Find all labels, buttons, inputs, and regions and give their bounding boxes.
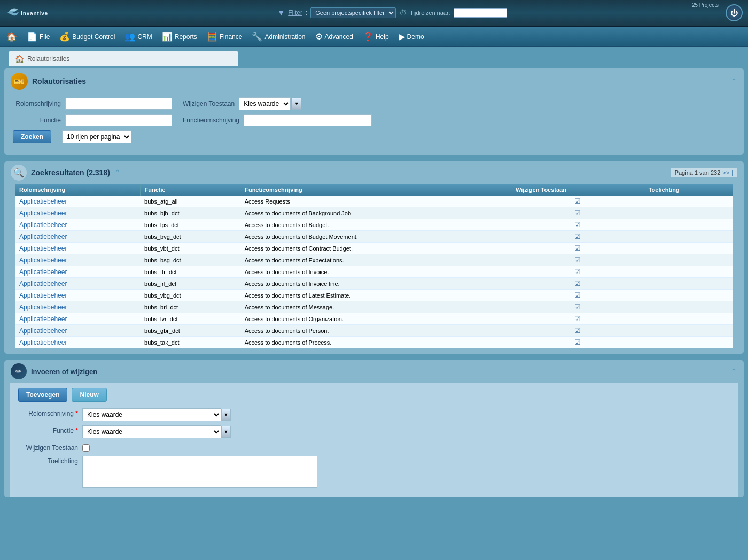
input-functie-btn[interactable]: ▼ [221,426,231,438]
functie-required-asterisk: * [75,427,78,434]
cell-toelichting [644,219,733,231]
search-panel-collapse[interactable]: ⌃ [731,77,737,85]
cell-functieomschrijving: Access to documents of Invoice. [240,266,511,278]
rolomschrijving-link[interactable]: Applicatiebeheer [19,221,67,229]
rows-per-page-select[interactable]: 10 rijen per pagina 25 rijen per pagina … [62,130,131,143]
table-row: Applicatiebeheer bubs_lvr_dct Access to … [15,313,733,325]
results-title: Zoekresultaten (2.318) [31,168,110,177]
next-page-btn[interactable]: >> [722,169,729,176]
logo: invantive [5,2,59,24]
check-icon: ☑ [574,268,581,276]
page-text: Pagina 1 van 232 [675,169,721,176]
table-row: Applicatiebeheer bubs_vbg_dct Access to … [15,290,733,301]
cell-functie: bubs_ftr_dct [140,266,240,278]
nav-item-home[interactable]: 🏠 [2,27,21,46]
toevoegen-button[interactable]: Toevoegen [18,388,67,402]
results-table: Rolomschrijving Functie Functieomschrijv… [15,184,733,348]
input-functie-select[interactable]: Kies waarde [82,425,221,438]
col-functie: Functie [140,184,240,196]
nieuw-button[interactable]: Nieuw [72,388,106,402]
nav-item-help[interactable]: ❓ Help [359,27,393,46]
rolomschrijving-link[interactable]: Applicatiebeheer [19,327,67,335]
functieomschrijving-group: Functieomschrijving [183,114,372,126]
rolomschrijving-link[interactable]: Applicatiebeheer [19,268,67,276]
cell-functieomschrijving: Access to documents of Person. [240,325,511,337]
crm-icon: 👥 [124,32,135,42]
nav-item-budget-control[interactable]: 💰 Budget Control [55,27,119,46]
cell-rolomschrijving: Applicatiebeheer [15,231,140,243]
cell-toelichting [644,254,733,266]
filter-link[interactable]: Filter [288,9,302,17]
nav-item-demo[interactable]: ▶ Demo [394,27,428,46]
wijzigen-group: Wijzigen Toestaan Kies waarde ▼ [183,97,301,110]
filter-select[interactable]: Geen projectspecifiek filter [310,7,396,18]
rolomschrijving-link[interactable]: Applicatiebeheer [19,339,67,346]
cell-rolomschrijving: Applicatiebeheer [15,325,140,337]
cell-toelichting [644,266,733,278]
last-page-btn[interactable]: | [731,169,733,176]
search-panel-header: 🎫 Rolautorisaties ⌃ [4,68,744,93]
wijzigen-select[interactable]: Kies waarde [239,97,291,110]
table-header-row: Rolomschrijving Functie Functieomschrijv… [15,184,733,196]
reports-icon: 📊 [162,32,173,42]
input-panel-collapse[interactable]: ⌃ [731,367,737,376]
rolomschrijving-input[interactable] [65,98,172,110]
cell-functieomschrijving: Access to documents of Process. [240,337,511,348]
search-panel-title: Rolautorisaties [32,77,86,85]
rolomschrijving-link[interactable]: Applicatiebeheer [19,315,67,323]
cell-functieomschrijving: Access to documents of Background Job. [240,207,511,219]
cell-rolomschrijving: Applicatiebeheer [15,266,140,278]
nav-item-administration[interactable]: 🔧 Administration [247,27,309,46]
rolomschrijving-link[interactable]: Applicatiebeheer [19,304,67,311]
results-tbody: Applicatiebeheer bubs_atg_all Access Req… [15,196,733,348]
check-icon: ☑ [574,256,581,264]
nav-advanced-label: Advanced [325,33,353,41]
functie-input[interactable] [65,114,172,126]
cell-functie: bubs_lps_dct [140,219,240,231]
input-panel: ✏ Invoeren of wijzigen ⌃ Toevoegen Nieuw… [4,360,744,497]
nav-item-crm[interactable]: 👥 CRM [120,27,156,46]
input-wijzigen-checkbox[interactable] [82,444,90,452]
search-button[interactable]: Zoeken [13,130,51,143]
cell-toelichting [644,301,733,313]
rolomschrijving-link[interactable]: Applicatiebeheer [19,233,67,240]
rolomschrijving-link[interactable]: Applicatiebeheer [19,280,67,287]
results-collapse[interactable]: ⌃ [114,168,121,177]
home-icon: 🏠 [6,32,17,42]
nav-bar: 🏠 📄 File 💰 Budget Control 👥 CRM 📊 Report… [0,27,748,47]
cell-functie: bubs_vbg_dct [140,290,240,301]
rolomschrijving-link[interactable]: Applicatiebeheer [19,292,67,299]
wijzigen-dropdown-btn[interactable]: ▼ [292,98,301,110]
input-toelichting-textarea[interactable] [82,456,317,488]
cell-wijzigen: ☑ [511,325,644,337]
rolomschrijving-link[interactable]: Applicatiebeheer [19,256,67,264]
power-button[interactable]: ⏻ [726,4,743,21]
rolomschrijving-link[interactable]: Applicatiebeheer [19,198,67,205]
rolomschrijving-link[interactable]: Applicatiebeheer [19,209,67,217]
cell-functie: bubs_frl_dct [140,278,240,290]
cell-functie: bubs_atg_all [140,196,240,207]
input-rolomschrijving-select[interactable]: Kies waarde [82,408,221,421]
required-asterisk: * [75,410,78,417]
nav-item-file[interactable]: 📄 File [22,27,54,46]
travel-input[interactable] [454,8,507,18]
input-panel-icon: ✏ [11,363,27,379]
nav-budget-label: Budget Control [72,33,115,41]
input-rolomschrijving-label: Rolomschrijving * [18,408,82,417]
functie-group: Functie [13,114,172,126]
project-count: 25 Projects [692,2,719,8]
functieomschrijving-input[interactable] [244,114,372,126]
breadcrumb-text: Rolautorisaties [27,55,69,63]
demo-icon: ▶ [399,32,405,42]
cell-functie: bubs_brl_dct [140,301,240,313]
cell-rolomschrijving: Applicatiebeheer [15,301,140,313]
cell-functieomschrijving: Access to documents of Latest Estimate. [240,290,511,301]
nav-item-reports[interactable]: 📊 Reports [158,27,201,46]
results-title-area: 🔍 Zoekresultaten (2.318) ⌃ [11,165,121,181]
cell-rolomschrijving: Applicatiebeheer [15,243,140,254]
cell-functie: bubs_bjb_dct [140,207,240,219]
nav-item-advanced[interactable]: ⚙ Advanced [311,27,357,46]
nav-item-finance[interactable]: 🧮 Finance [202,27,247,46]
rolomschrijving-link[interactable]: Applicatiebeheer [19,245,67,252]
input-rolomschrijving-btn[interactable]: ▼ [221,409,231,421]
